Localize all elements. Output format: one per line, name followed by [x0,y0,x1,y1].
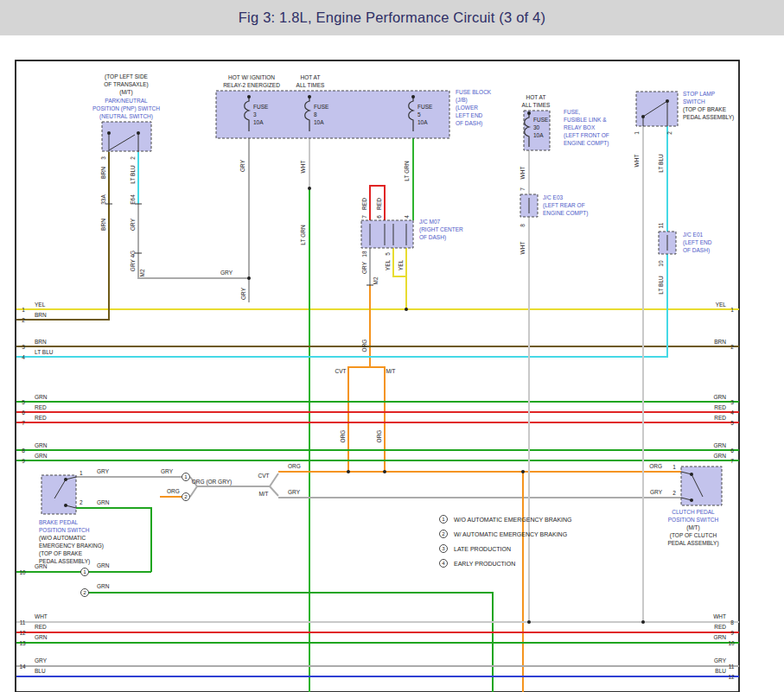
wire-label: 6 [376,215,382,219]
wire-label: GRY [240,287,246,300]
wire-label: GRY [650,489,663,495]
wire-label: GRY [35,657,48,663]
wire-label: GRN [714,442,727,448]
wire-ltblu-row4-e01 [16,254,667,357]
wire-label: (M/T) [686,524,700,531]
wire-label: (W/O AUTOMATIC [39,535,86,542]
junction-dot [383,470,386,473]
wire-label: 12 [728,674,735,680]
stop-lamp-switch-box [636,92,678,126]
junction-dot [690,498,693,502]
junction-dot [666,99,669,103]
component-label: OF DASH) [456,120,482,127]
wire-label: RELAY-2 ENERGIZED [223,82,280,88]
wire-label: 11 [658,222,664,228]
wire-label: YEL [385,259,391,270]
wire-label: 7 [730,458,734,464]
component-label: SWITCH [683,98,705,105]
component-label: POSITION SWITCH [668,517,719,523]
wire-label: 6 [730,448,734,454]
junction-dot [247,95,251,98]
wire-label: GRY [220,270,233,276]
component-label: J/C E01 [683,232,704,238]
diagram-border [16,60,739,692]
wire-label: BRN [100,219,106,231]
legend-item-text: W/O AUTOMATIC EMERGENCY BRAKING [454,517,572,523]
wire-label: BRN [714,339,726,345]
wire-label: LT BLU [35,349,54,355]
wire-label: 10A [417,119,428,125]
junction-dot [64,478,67,481]
wire-label: BRN [100,167,106,179]
component-label: (J/B) [456,97,468,104]
wiring-diagram-canvas: 12121W/O AUTOMATIC EMERGENCY BRAKING2W/ … [0,0,784,692]
wire-label: 5 [417,111,421,117]
component-label: J/C M07 [419,219,441,225]
junction-dot [527,111,531,115]
component-label: FUSIBLE LINK & [564,117,607,123]
wire-label: 2 [672,490,676,496]
wire-label: RED [714,415,726,421]
junction-dot [308,187,311,190]
wire-label: 2 [666,131,672,135]
wire-label: WHT [519,167,526,180]
wire-label: EMERGENCY BRAKING) [39,543,104,549]
wire-label: 10A [253,119,264,125]
wire-label: CVT [335,368,347,374]
wire-label: FUSE [533,117,549,123]
component-label: STOP LAMP [683,91,715,97]
wire-label: M2 [139,269,145,276]
wire-label: RED [361,198,367,210]
junction-dot [690,473,693,476]
component-label: J/C E03 [543,194,564,200]
brake-pedal-switch-box [41,475,76,514]
component-label: (LEFT FRONT OF [564,132,609,139]
wire-label: 9 [730,630,734,636]
wire-label: RED [376,198,382,210]
wire-label: GRY [288,489,301,495]
component-label: OF DASH) [419,234,446,241]
wire-label: 5 [22,399,25,405]
wire-label: M2 [373,276,379,284]
wire-label: LT GRN [300,225,306,245]
component-label: OF DASH) [683,247,710,254]
wire-gry-merge-c [270,486,278,496]
wire-label: YEL [716,302,727,308]
wire-label: 11 [20,619,26,625]
wire-label: M/T [386,368,395,374]
wire-label: 8 [519,224,526,227]
component-label: LEFT END [456,112,483,118]
wire-org-split [348,367,385,472]
wire-label: 18 [361,251,367,257]
component-label: (NEUTRAL SWITCH) [99,113,153,120]
junction-dot [521,470,525,473]
wire-label: 10A [314,119,324,125]
wire-label: GRN [35,453,48,459]
wire-label: ALL TIMES [522,102,551,108]
wire-label: (TOP OF BRAKE [683,106,727,113]
wire-label: 4 [22,354,25,360]
circled-number-text: 2 [184,493,188,499]
wire-label: 10 [728,640,735,646]
wire-label: BRN [35,312,47,318]
wire-label: ORG [167,488,180,494]
component-label: FUSE, [564,109,580,115]
circled-number-text: 2 [83,589,86,595]
wire-label: LT BLU [658,276,664,295]
wire-label: 1 [80,470,83,476]
wire-label: GRY 4G [130,251,136,271]
wire-label: 4 [730,409,734,416]
wire-label: RED [35,404,47,410]
wire-label: 12 [19,630,26,636]
junction-dot [641,115,645,118]
wire-label: 1 [634,131,640,135]
legend-marker-number: 2 [442,530,445,536]
wire-label: WHT [713,613,726,619]
legend-marker-number: 1 [442,516,445,522]
wire-label: 11 [729,663,735,670]
wire-label: BRN [35,339,47,345]
legend-item-text: LATE PRODUCTION [454,546,511,552]
wire-label: 14 [19,663,26,670]
wire-label: ORG [340,430,346,443]
wire-label: (TOP OF BRAKE [39,550,83,557]
